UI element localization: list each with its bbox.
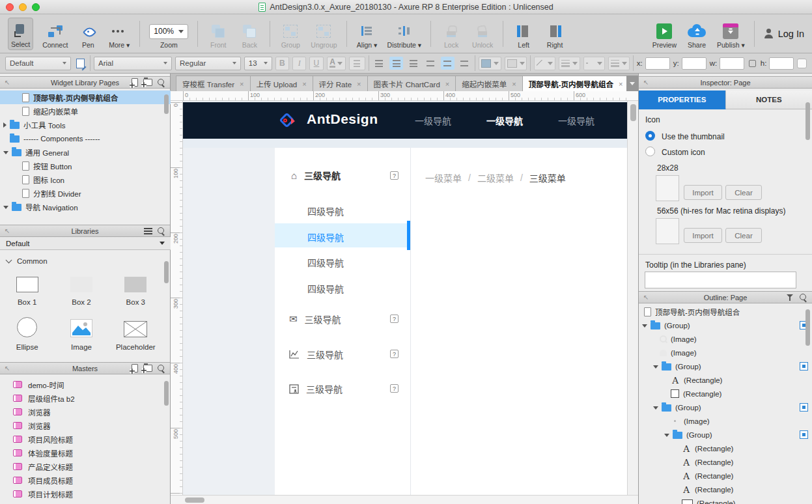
collapse-arrow-icon[interactable] [642,324,647,328]
send-back-button[interactable]: Back [238,19,260,49]
help-icon[interactable]: ? [390,171,399,180]
outline-item-rectangle[interactable]: A(Rectangle) [639,455,812,469]
master-item[interactable]: 产品定义标题 [0,460,171,473]
align-button[interactable]: Align ▾ [356,19,378,49]
master-item[interactable]: 浏览器 [0,405,171,419]
menu-item-level4[interactable]: 四级导航 [307,204,344,217]
widget-box1[interactable]: Box 1 [0,270,54,306]
h-input[interactable] [769,57,794,70]
group-badge-icon[interactable] [800,403,808,412]
expand-arrow-icon[interactable] [3,122,7,128]
breadcrumb-item[interactable]: 二级菜单 [477,171,514,184]
scrollbar-thumb[interactable] [185,497,204,503]
add-folder-icon[interactable] [143,79,152,86]
menu-icon[interactable] [144,228,152,234]
custom-icon-radio[interactable] [645,147,655,156]
select-tool-button[interactable]: Select [8,18,33,50]
fill-color-button[interactable] [479,57,501,70]
help-icon[interactable]: ? [390,350,399,358]
login-button[interactable]: Log In [764,29,804,39]
tab-close-icon[interactable]: × [240,80,244,88]
tab-close-icon[interactable]: × [302,80,306,88]
ungroup-button[interactable]: Ungroup [311,19,337,49]
bring-front-button[interactable]: Front [207,19,229,49]
fullscreen-window-button[interactable] [32,3,40,11]
tree-item-page[interactable]: 分割线 Divider [0,186,171,200]
design-canvas[interactable]: AntDesign 一级导航 一级导航 一级导航 ⌂ 三级导航 ? [183,101,627,495]
canvas-vertical-scrollbar[interactable] [627,101,638,495]
edit-style-button[interactable] [74,57,87,70]
font-color-button[interactable]: A [327,57,346,70]
align-right-button[interactable]: Right [544,19,566,49]
outline-item-rectangle[interactable]: (Rectangle) [639,496,812,504]
style-select[interactable]: Default [5,57,71,70]
collapse-arrow-icon[interactable] [653,406,658,410]
help-icon[interactable]: ? [390,315,399,323]
tree-item-page[interactable]: 按钮 Button [0,159,171,173]
import-large-button[interactable]: Import [684,228,722,243]
library-section-common[interactable]: Common [0,255,171,268]
bold-button[interactable]: B [275,57,289,70]
pen-tool-button[interactable]: Pen [77,19,99,49]
tab-close-icon[interactable]: × [445,80,449,88]
canvas-tab[interactable]: 缩起内嵌菜单× [455,76,522,91]
nav-item[interactable]: 一级导航 [415,114,451,127]
lock-button[interactable]: Lock [440,19,462,49]
master-item[interactable]: 项目成员标题 [0,473,171,487]
master-item[interactable]: 项目计划标题 [0,487,171,501]
scrollbar-thumb[interactable] [805,102,810,140]
breadcrumb-item[interactable]: 一级菜单 [425,171,462,184]
library-select[interactable]: Default [0,237,171,250]
outline-item-image[interactable]: (Image) [639,346,812,359]
group-badge-icon[interactable] [800,362,808,371]
import-small-button[interactable]: Import [684,185,722,200]
clear-large-button[interactable]: Clear [725,228,762,243]
outline-item-rectangle[interactable]: A(Rectangle) [639,441,812,455]
minimize-window-button[interactable] [19,3,27,11]
tree-item-page[interactable]: 顶部导航-页内侧导航组合 [0,91,171,104]
preview-button[interactable]: Preview [652,19,677,49]
background-color-button[interactable] [505,57,527,70]
close-window-button[interactable] [6,3,14,11]
tree-item-folder[interactable]: 通用 General [0,145,171,159]
arrow-style-button[interactable] [608,57,630,70]
align-left-button[interactable]: Left [512,19,535,49]
search-icon[interactable] [158,227,165,235]
tab-close-icon[interactable]: × [512,80,516,88]
outline-item-image[interactable]: (Image) [639,332,812,346]
tree-item-folder[interactable]: 导航 Navigation [0,200,171,214]
tree-item-page[interactable]: 图标 Icon [0,173,171,186]
menu-item-level3[interactable]: 三级导航 [289,348,343,361]
connect-tool-button[interactable]: Connect [42,19,68,49]
line-color-button[interactable] [534,57,555,70]
scrollbar-thumb[interactable] [164,381,169,406]
master-item[interactable]: demo-时间 [0,378,171,391]
outline-item-image[interactable]: (Image) [639,414,812,428]
outline-item-group[interactable]: (Group) [639,428,812,441]
tree-item-folder[interactable]: 小工具 Tools [0,118,171,132]
canvas-tab[interactable]: 穿梭框 Transfer× [176,76,251,91]
scrollbar-thumb[interactable] [164,261,169,283]
font-weight-select[interactable]: Regular [175,57,241,70]
widget-box3[interactable]: Box 3 [109,270,163,306]
filter-icon[interactable] [787,294,794,301]
line-spacing-button[interactable] [349,57,365,70]
master-item[interactable]: 浏览器 [0,419,171,432]
clear-small-button[interactable]: Clear [725,185,762,200]
more-tools-button[interactable]: More ▾ [108,19,130,49]
outline-item-group[interactable]: (Group) [639,318,812,332]
add-folder-icon[interactable] [143,365,152,372]
outline-item-group[interactable]: (Group) [639,359,812,373]
scrollbar-thumb[interactable] [164,94,169,114]
scrollbar-thumb[interactable] [805,309,810,346]
unlock-button[interactable]: Unlock [471,19,494,49]
help-icon[interactable]: ? [390,384,399,393]
widget-box2[interactable]: Box 2 [54,270,108,306]
canvas-horizontal-scrollbar[interactable] [171,495,638,504]
line-style-button[interactable] [583,57,605,70]
align-middle-button[interactable] [441,57,455,70]
align-text-right-button[interactable] [406,57,420,70]
share-button[interactable]: Share [686,19,708,49]
tooltip-input[interactable] [645,272,796,288]
format-extra-button[interactable] [797,59,807,68]
